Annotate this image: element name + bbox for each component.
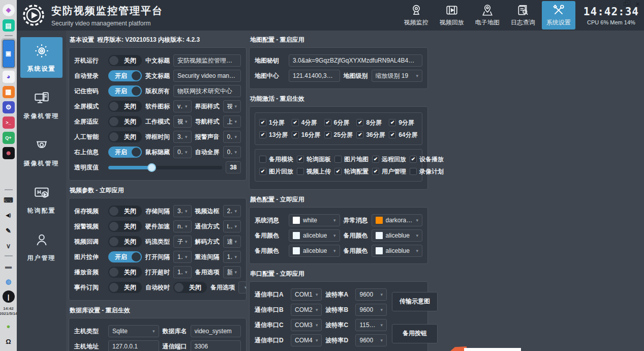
taskbar-settings-gear-icon[interactable]: ⚙ [3,101,15,113]
dropdown[interactable]: 速度优先▾ [223,236,241,248]
taskbar-network-globe-icon[interactable]: ◍ [3,275,15,287]
checkbox[interactable]: ✔图片回放 [259,167,293,176]
taskbar-power-icon[interactable]: | [3,290,15,303]
dropdown[interactable]: 视频黑▾ [223,100,241,112]
color-dropdown[interactable]: aliceblue▾ [289,245,340,257]
text-input[interactable]: 3306 [191,340,241,351]
nav-system-settings[interactable]: 系统设置 [542,1,575,30]
taskbar-terminal-icon[interactable]: >_ [3,116,15,129]
color-dropdown[interactable]: white▾ [289,214,340,226]
nav-video-playback[interactable]: 视频回放 [435,1,469,30]
restore-button[interactable] [624,2,628,6]
toggle-off[interactable]: 关闭 [108,282,142,293]
text-input[interactable]: Security video management platform [173,70,241,82]
sidebar-item-system-settings[interactable]: 系统设置 [20,37,63,78]
sidebar-item-polling-config[interactable]: 轮询配置 [20,179,63,220]
checkbox[interactable]: ✔1分屏 [259,119,288,127]
dropdown[interactable]: 10000毫秒▾ [173,266,192,278]
dropdown[interactable]: 1000毫秒▾ [173,251,192,263]
minimize-button[interactable]: – [614,2,617,7]
opacity-slider[interactable] [108,162,222,173]
checkbox[interactable]: ✔设备播放 [410,155,444,164]
dropdown[interactable]: video_white▾ [173,100,192,112]
toggle-off[interactable]: 关闭 [108,267,142,278]
taskbar-volume-icon[interactable]: ◀) [3,209,15,221]
color-dropdown[interactable]: aliceblue▾ [372,245,423,257]
dropdown[interactable]: Sqlite▾ [108,325,159,337]
nav-electronic-map[interactable]: 电子地图 [471,1,504,30]
color-dropdown[interactable]: aliceblue▾ [372,229,423,242]
checkbox[interactable]: ✔25分屏 [324,131,353,139]
checkbox[interactable]: ✔8分屏 [356,119,385,127]
checkbox[interactable]: 图片地图 [334,155,369,164]
nav-video-monitor[interactable]: 视频监控 [400,1,433,30]
taskbar-app-store-icon[interactable]: ▦ [3,86,15,98]
checkbox[interactable]: 备用模块 [259,155,293,164]
sidebar-item-camera-mgmt[interactable]: 摄像机管理 [20,132,63,172]
dropdown[interactable]: 0秒钟▾ [223,146,241,158]
toggle-off[interactable]: 关闭 [108,131,142,142]
slider-knob[interactable] [147,163,156,172]
taskbar-collapse-icon[interactable]: ∨ [3,240,15,252]
action-button[interactable]: 传输示意图 [392,292,438,311]
toggle-off[interactable]: 关闭 [108,101,142,112]
dropdown[interactable]: 0次▾ [223,131,241,143]
dropdown[interactable]: 新建项目▾ [238,281,247,294]
taskbar-camera-app-icon[interactable]: ▣ [3,40,15,68]
checkbox[interactable]: ✔13分屏 [259,131,288,139]
checkbox[interactable]: ✔64分屏 [389,131,418,139]
dropdown[interactable]: 子码流▾ [173,236,192,248]
dropdown[interactable]: 2像素▾ [223,205,241,217]
dropdown[interactable]: tcp▾ [223,220,241,232]
text-input[interactable]: 安防视频监控管理平台 [173,54,241,67]
dropdown[interactable]: 缩放级别 19▾ [372,70,423,82]
checkbox[interactable]: 录像计划 [410,167,444,176]
toggle-on[interactable]: 开启 [108,147,142,158]
toggle-off[interactable]: 关闭 [173,282,207,293]
text-input[interactable]: 121.41400,31.18280 [289,70,340,82]
checkbox[interactable]: ✔用户管理 [372,167,406,176]
taskbar-pen-icon[interactable]: ✎ [3,224,15,237]
dropdown[interactable]: 视频监控▾ [173,115,192,128]
toggle-on[interactable]: 开启 [108,70,142,81]
taskbar-ghost-app-icon[interactable]: ☻ [3,147,15,159]
checkbox[interactable]: ✔4分屏 [292,119,321,127]
dropdown[interactable]: 115200▾ [355,319,386,331]
taskbar-qt-app-icon[interactable]: Q+ [3,132,15,144]
color-dropdown[interactable]: aliceblue▾ [289,229,340,242]
checkbox[interactable]: ✔9分屏 [389,119,418,127]
sidebar-item-recorder-mgmt[interactable]: 录像机管理 [20,84,63,125]
dropdown[interactable]: none▾ [173,220,192,232]
checkbox[interactable]: ✔远程回放 [372,155,406,164]
dropdown[interactable]: 9600▾ [355,334,386,346]
dropdown[interactable]: 10秒钟▾ [223,251,241,263]
taskbar-keyboard-icon[interactable]: ⌨ [3,194,15,206]
color-dropdown[interactable]: darkorange▾ [372,214,423,226]
taskbar-mini-keyboard-icon[interactable]: ▬ [3,260,15,272]
checkbox[interactable]: 视频上传 [297,167,331,176]
text-input[interactable]: 127.0.0.1 [108,340,159,351]
close-button[interactable]: ✕ [635,2,640,7]
nav-log-query[interactable]: 日志查询 [506,1,540,30]
dropdown[interactable]: 0秒钟▾ [173,146,192,158]
dropdown[interactable]: COM3▾ [291,319,322,331]
text-input[interactable]: 物联网技术研究中心 [173,85,241,97]
action-button[interactable]: 备用按钮 [392,324,438,343]
toggle-off[interactable]: 关闭 [108,55,142,66]
checkbox[interactable]: ✔轮询配置 [334,167,369,176]
dropdown[interactable]: 上侧+上侧▾ [223,115,241,128]
dropdown[interactable]: 新建项目▾ [223,266,241,278]
toggle-off[interactable]: 关闭 [108,206,142,217]
dropdown[interactable]: COM1▾ [291,288,322,301]
sidebar-item-user-mgmt[interactable]: 用户管理 [20,226,63,267]
toggle-off[interactable]: 关闭 [108,116,142,127]
dropdown[interactable]: 9600▾ [355,304,386,316]
background-window-edge[interactable] [464,348,521,351]
checkbox[interactable]: ✔36分屏 [356,131,385,139]
text-input[interactable]: 3.0&ak=9GqzBZjfGqXYXMzdfuRN9AL4B4PHaY6R [289,54,422,67]
dropdown[interactable]: COM4▾ [291,334,322,346]
dropdown[interactable]: 30分钟▾ [173,205,192,217]
dropdown[interactable]: 3秒钟▾ [173,131,192,143]
checkbox[interactable]: ✔轮询面板 [297,155,331,164]
taskbar-bell-icon[interactable]: Ω [3,335,15,347]
